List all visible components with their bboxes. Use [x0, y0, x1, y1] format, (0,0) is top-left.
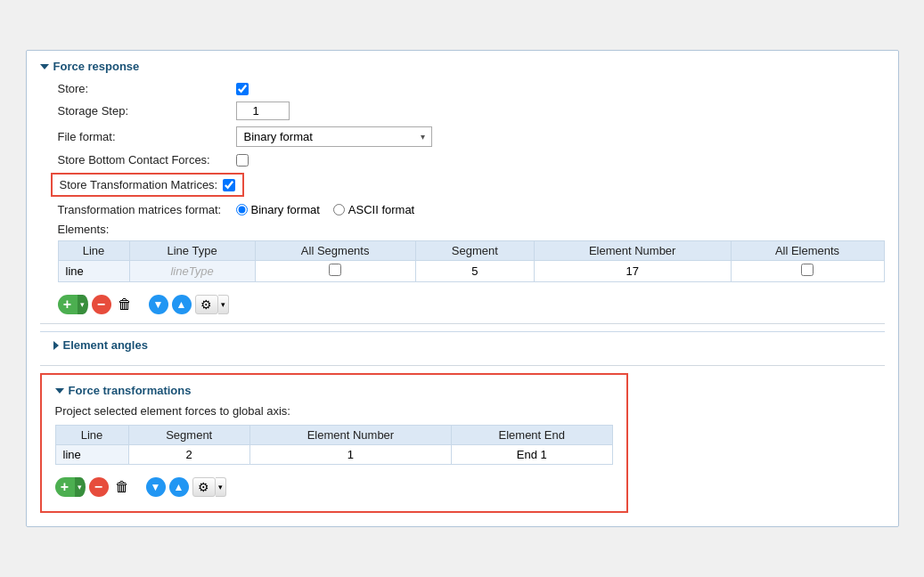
remove-button[interactable]: −	[92, 295, 111, 314]
collapse-icon[interactable]	[40, 64, 49, 69]
elements-section: Elements: Line Line Type All Segments Se…	[40, 223, 885, 282]
ft-cell-element-number: 1	[249, 445, 451, 465]
force-response-title: Force response	[53, 60, 140, 73]
binary-format-text: Binary format	[251, 203, 320, 216]
elements-table: Line Line Type All Segments Segment Elem…	[58, 240, 885, 282]
ft-remove-button[interactable]: −	[89, 477, 109, 497]
store-bottom-checkbox[interactable]	[236, 154, 249, 167]
table-row: line lineType 5 17	[58, 261, 884, 282]
ft-cell-segment: 2	[128, 445, 249, 465]
transformation-format-row: Transformation matrices format: Binary f…	[40, 203, 885, 216]
file-format-dropdown-wrapper: Binary format ASCII format ▾	[236, 126, 432, 147]
force-transform-table-header: Line Segment Element Number Element End	[55, 426, 612, 445]
ft-add-btn-wrapper: + ▾	[55, 477, 86, 497]
move-down-button[interactable]: ▼	[149, 295, 168, 314]
force-transform-table-wrapper: Line Segment Element Number Element End …	[55, 425, 613, 465]
move-up-button[interactable]: ▲	[172, 295, 192, 314]
elements-toolbar: + ▾ − 🗑 ▼ ▲ ⚙ ▾	[40, 289, 885, 320]
element-angles-collapse-icon[interactable]	[53, 341, 59, 350]
gear-button[interactable]: ⚙	[195, 295, 218, 314]
store-transformation-label: Store Transformation Matrices:	[60, 178, 218, 191]
force-response-section: Force response	[40, 60, 885, 73]
all-segments-checkbox[interactable]	[329, 264, 341, 276]
file-format-row: File format: Binary format ASCII format …	[40, 126, 885, 147]
storage-step-input[interactable]	[236, 102, 290, 120]
ft-add-button[interactable]: +	[55, 477, 75, 497]
add-btn-wrapper: + ▾	[58, 295, 88, 314]
force-transform-header: Force transformations	[55, 384, 613, 397]
store-transformation-checkbox[interactable]	[223, 179, 235, 191]
storage-step-row: Storage Step:	[40, 102, 885, 120]
cell-all-elements	[731, 261, 884, 282]
storage-step-value	[236, 102, 290, 120]
ft-move-down-button[interactable]: ▼	[146, 477, 166, 497]
ft-col-element-end: Element End	[451, 426, 612, 445]
element-angles-header: Element angles	[53, 338, 871, 352]
ft-move-up-button[interactable]: ▲	[169, 477, 189, 497]
all-elements-checkbox[interactable]	[801, 264, 814, 276]
cell-segment: 5	[415, 261, 534, 282]
cell-all-segments	[255, 261, 415, 282]
col-segment: Segment	[415, 241, 534, 261]
ft-col-line: Line	[55, 426, 128, 445]
ft-cell-line: line	[55, 445, 128, 465]
file-format-label: File format:	[58, 130, 236, 143]
elements-label: Elements:	[58, 223, 885, 236]
transformation-format-label: Transformation matrices format:	[58, 203, 236, 216]
force-transform-description: Project selected element forces to globa…	[55, 404, 613, 418]
force-transform-toolbar: + ▾ − 🗑 ▼ ▲ ⚙ ▾	[55, 472, 613, 502]
store-bottom-row: Store Bottom Contact Forces:	[40, 153, 885, 167]
ascii-format-text: ASCII format	[348, 203, 414, 216]
ft-col-element-number: Element Number	[249, 426, 451, 445]
force-transform-table: Line Segment Element Number Element End …	[55, 425, 613, 465]
cell-element-number: 17	[534, 261, 731, 282]
force-transform-collapse-icon[interactable]	[55, 388, 64, 394]
divider-1	[40, 323, 885, 324]
col-all-segments: All Segments	[255, 241, 415, 261]
force-transformations-box: Force transformations Project selected e…	[40, 373, 628, 513]
storage-step-label: Storage Step:	[58, 104, 236, 118]
add-button[interactable]: +	[58, 295, 78, 314]
ascii-radio-label[interactable]: ASCII format	[333, 203, 414, 216]
ft-gear-btn-wrapper: ⚙ ▾	[192, 477, 226, 497]
cell-line-type: lineType	[129, 261, 255, 282]
binary-radio[interactable]	[236, 204, 248, 215]
store-row: Store:	[40, 82, 885, 95]
cell-line: line	[58, 261, 129, 282]
main-panel: Force response Store: Storage Step: File…	[26, 50, 899, 527]
gear-btn-wrapper: ⚙ ▾	[195, 295, 229, 314]
transformation-format-radios: Binary format ASCII format	[236, 203, 415, 216]
ft-delete-button[interactable]: 🗑	[112, 477, 132, 497]
ft-cell-element-end: End 1	[451, 445, 612, 465]
col-all-elements: All Elements	[731, 241, 884, 261]
gear-dropdown-button[interactable]: ▾	[218, 295, 229, 314]
add-dropdown-button[interactable]: ▾	[78, 295, 88, 314]
store-checkbox[interactable]	[236, 83, 249, 95]
col-line-type: Line Type	[129, 241, 255, 261]
store-bottom-label: Store Bottom Contact Forces:	[58, 153, 236, 167]
force-transform-row: line 2 1 End 1	[55, 445, 612, 465]
store-value	[236, 83, 249, 95]
force-transform-title-text: Force transformations	[69, 384, 192, 397]
store-transformation-highlight: Store Transformation Matrices:	[51, 173, 245, 197]
ascii-radio[interactable]	[333, 204, 345, 215]
divider-2	[40, 365, 885, 366]
col-line: Line	[58, 241, 129, 261]
file-format-select[interactable]: Binary format ASCII format	[236, 126, 432, 147]
store-transformation-row: Store Transformation Matrices:	[40, 173, 885, 197]
ft-gear-button[interactable]: ⚙	[192, 477, 216, 497]
binary-radio-label[interactable]: Binary format	[236, 203, 320, 216]
ft-add-dropdown-button[interactable]: ▾	[75, 477, 86, 497]
store-bottom-value	[236, 154, 249, 167]
elements-table-header: Line Line Type All Segments Segment Elem…	[58, 241, 884, 261]
delete-button[interactable]: 🗑	[115, 295, 135, 314]
ft-col-segment: Segment	[128, 426, 249, 445]
store-label: Store:	[58, 82, 236, 95]
col-element-number: Element Number	[534, 241, 731, 261]
ft-gear-dropdown-button[interactable]: ▾	[216, 477, 226, 497]
element-angles-section: Element angles	[40, 331, 885, 358]
element-angles-title: Element angles	[63, 338, 148, 352]
